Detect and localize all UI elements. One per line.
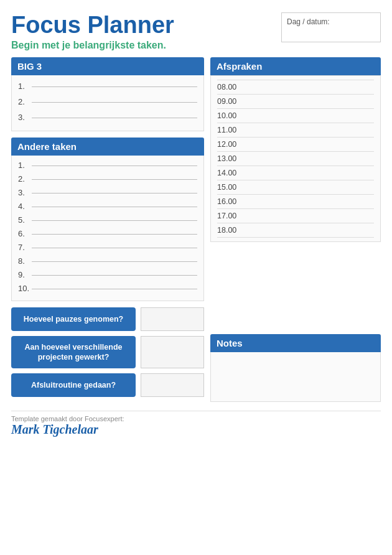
time-label-1400: 14.00 [217,169,242,177]
andere-num-9: 9. [18,270,29,279]
time-line-1100 [242,126,374,134]
question-answer-3[interactable] [141,373,204,397]
question-row-2: Aan hoeveel verschillende projecten gewe… [11,336,204,369]
big3-item-1: 1. [18,82,197,91]
big3-line-3 [32,118,197,118]
right-column: Afspraken 08.00 09.00 10.00 [210,57,381,403]
header: Focus Planner Begin met je belangrijkste… [11,12,381,51]
time-line-1000 [242,112,374,119]
andere-item-6: 6. [18,229,197,238]
big3-num-3: 3. [18,113,29,122]
big3-line-2 [32,102,197,103]
andere-item-5: 5. [18,215,197,225]
bottom-questions: Hoeveel pauzes genomen? Aan hoeveel vers… [11,307,204,398]
time-row-1200: 12.00 [217,138,374,152]
afspraken-header: Afspraken [210,57,381,75]
time-label-1300: 13.00 [217,154,242,163]
time-line-1400 [242,169,374,177]
big3-section: BIG 3 1. 2. 3. [11,57,204,131]
andere-item-8: 8. [18,256,197,266]
time-row-1100: 11.00 [217,123,374,138]
date-box[interactable]: Dag / datum: [281,12,381,42]
page-title: Focus Planner [11,12,174,39]
time-line-1600 [242,198,374,205]
andere-taken-box: 1. 2. 3. 4. [11,156,204,301]
time-row-1000: 10.00 [217,109,374,123]
page: Focus Planner Begin met je belangrijkste… [0,0,392,555]
big3-header: BIG 3 [11,57,204,75]
andere-item-7: 7. [18,243,197,252]
time-row-0900: 09.00 [217,95,374,109]
time-line-1700 [242,212,374,220]
big3-item-3: 3. [18,113,197,122]
time-line-0900 [242,98,374,105]
andere-line-7 [32,248,197,248]
time-label-1800: 18.00 [217,226,242,235]
andere-line-3 [32,193,197,194]
question-btn-3[interactable]: Afsluitroutine gedaan? [11,373,136,397]
andere-num-7: 7. [18,243,29,252]
andere-item-3: 3. [18,188,197,197]
time-label-1100: 11.00 [217,126,242,134]
andere-num-8: 8. [18,256,29,266]
andere-item-10: 10. [18,284,197,293]
time-row-1700: 17.00 [217,209,374,223]
time-row-1800: 18.00 [217,223,374,238]
andere-num-1: 1. [18,161,29,170]
time-label-0800: 08.00 [217,83,242,91]
andere-num-2: 2. [18,174,29,184]
andere-line-4 [32,207,197,207]
time-label-0900: 09.00 [217,97,242,106]
footer-template-text: Template gemaakt door Focusexpert: [11,415,381,422]
big3-box: 1. 2. 3. [11,75,204,131]
header-left: Focus Planner Begin met je belangrijkste… [11,12,174,51]
question-row-1: Hoeveel pauzes genomen? [11,307,204,331]
time-line-0800 [242,83,374,91]
big3-num-1: 1. [18,82,29,91]
time-row-1400: 14.00 [217,166,374,180]
left-column: BIG 3 1. 2. 3. [11,57,204,403]
time-label-1500: 15.00 [217,183,242,192]
afspraken-box: 08.00 09.00 10.00 11.00 [210,76,381,242]
question-row-3: Afsluitroutine gedaan? [11,373,204,397]
andere-line-5 [32,220,197,221]
time-row-0800: 08.00 [217,80,374,95]
andere-num-6: 6. [18,229,29,238]
big3-item-2: 2. [18,97,197,106]
question-btn-2[interactable]: Aan hoeveel verschillende projecten gewe… [11,336,136,369]
time-row-1300: 13.00 [217,152,374,166]
andere-num-3: 3. [18,188,29,197]
andere-num-10: 10. [18,284,29,293]
big3-line-1 [32,86,197,87]
afspraken-section: Afspraken 08.00 09.00 10.00 [210,57,381,329]
andere-line-9 [32,275,197,276]
andere-item-2: 2. [18,174,197,184]
andere-num-4: 4. [18,202,29,211]
andere-taken-section: Andere taken 1. 2. 3. 4. [11,138,204,301]
page-subtitle: Begin met je belangrijkste taken. [11,40,174,51]
time-row-1500: 15.00 [217,180,374,195]
time-line-1500 [242,184,374,191]
notes-box[interactable] [210,352,381,402]
question-answer-2[interactable] [141,336,204,369]
andere-num-5: 5. [18,215,29,225]
time-label-1700: 17.00 [217,212,242,220]
footer: Template gemaakt door Focusexpert: Mark … [11,411,381,437]
time-line-1200 [242,141,374,148]
notes-section: Notes [210,334,381,402]
time-label-1600: 16.00 [217,197,242,206]
andere-taken-header: Andere taken [11,138,204,156]
time-label-1000: 10.00 [217,111,242,120]
time-row-1600: 16.00 [217,195,374,209]
main-grid: BIG 3 1. 2. 3. [11,57,381,403]
time-line-1300 [242,155,374,162]
andere-item-9: 9. [18,270,197,279]
andere-item-4: 4. [18,202,197,211]
time-line-1800 [242,226,374,234]
question-answer-1[interactable] [141,307,204,331]
question-btn-1[interactable]: Hoeveel pauzes genomen? [11,307,136,331]
andere-line-1 [32,166,197,166]
andere-line-8 [32,261,197,262]
footer-author-name: Mark Tigchelaar [11,422,381,437]
time-label-1200: 12.00 [217,140,242,149]
